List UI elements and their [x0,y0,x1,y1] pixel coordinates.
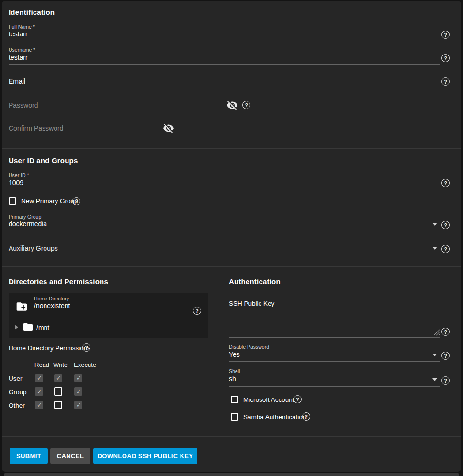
tree-item-mnt[interactable]: /mnt [36,324,49,332]
user-id-label: User ID * [9,172,29,178]
full-name-underline [9,41,440,41]
user-id-help-icon[interactable] [441,179,450,187]
microsoft-account-help-icon[interactable] [294,395,302,403]
download-ssh-key-button[interactable]: DOWNLOAD SSH PUBLIC KEY [93,448,197,464]
shell-help-icon[interactable] [441,376,450,385]
perm-user-write-checkbox[interactable] [54,374,62,382]
perm-col-execute: Execute [74,361,96,368]
home-directory-permissions-label: Home Directory Permissions [9,344,90,352]
auxiliary-groups-underline [9,255,440,255]
email-help-icon[interactable] [441,77,450,86]
username-underline [9,64,440,65]
confirm-password-visibility-off-icon[interactable] [163,122,174,134]
folder-icon[interactable] [22,321,34,332]
section-title-identification: Identification [9,8,55,16]
section-divider [2,148,461,149]
primary-group-help-icon[interactable] [441,221,450,229]
samba-authentication-label: Samba Authentication [243,413,306,421]
shell-label: Shell [229,368,240,374]
username-help-icon[interactable] [441,54,450,62]
perm-group-execute-checkbox[interactable] [74,387,82,396]
home-directory-input[interactable]: /nonexistent [34,302,70,310]
user-id-underline [9,189,440,189]
create-folder-icon[interactable] [15,300,29,313]
perm-group-read-checkbox[interactable] [35,387,43,396]
expand-arrow-icon[interactable] [15,325,18,330]
new-primary-group-help-icon[interactable] [72,197,80,205]
full-name-input[interactable]: testarr [9,30,28,38]
section-title-user-id-groups: User ID and Groups [9,156,78,165]
disable-password-help-icon[interactable] [441,352,450,360]
disable-password-select[interactable]: Yes [229,351,240,358]
password-input[interactable]: Password [9,101,38,109]
backdrop-strip [4,473,459,476]
full-name-label: Full Name * [9,24,35,30]
confirm-password-input[interactable]: Confirm Password [9,124,63,132]
password-underline [9,110,230,110]
ssh-public-key-label: SSH Public Key [229,300,274,307]
perm-row-other-label: Other [9,402,25,409]
disable-password-underline [229,361,440,362]
ssh-public-key-help-icon[interactable] [441,328,450,336]
disable-password-dropdown-arrow-icon[interactable] [432,354,437,356]
home-directory-permissions-help-icon[interactable] [82,343,90,352]
disable-password-label: Disable Password [229,344,269,350]
primary-group-select[interactable]: dockermedia [9,220,47,228]
perm-row-group-label: Group [9,388,27,396]
home-directory-underline [34,313,189,313]
textarea-resize-handle-icon[interactable] [433,329,440,336]
section-title-directories: Directories and Permissions [9,277,108,286]
samba-authentication-checkbox[interactable] [231,413,238,421]
password-help-icon[interactable] [242,101,250,109]
cancel-button[interactable]: CANCEL [50,448,90,464]
primary-group-label: Primary Group [9,214,41,220]
perm-user-execute-checkbox[interactable] [74,374,82,382]
user-id-input[interactable]: 1009 [9,179,23,187]
new-primary-group-checkbox[interactable] [9,197,16,205]
home-directory-label: Home Directory [34,296,69,301]
section-title-authentication: Authentication [229,277,281,286]
perm-col-write: Write [53,361,68,368]
full-name-help-icon[interactable] [441,31,450,39]
perm-group-write-checkbox[interactable] [54,387,62,396]
perm-user-read-checkbox[interactable] [35,374,43,382]
perm-other-read-checkbox[interactable] [35,401,43,409]
home-directory-help-icon[interactable] [193,307,201,315]
shell-dropdown-arrow-icon[interactable] [432,378,437,381]
perm-other-write-checkbox[interactable] [54,401,62,409]
submit-button[interactable]: SUBMIT [10,448,48,464]
auxiliary-groups-help-icon[interactable] [441,245,450,253]
username-input[interactable]: testarr [9,54,28,61]
perm-col-read: Read [34,361,49,368]
auxiliary-groups-dropdown-arrow-icon[interactable] [432,247,437,250]
section-divider [2,266,461,267]
microsoft-account-checkbox[interactable] [231,396,238,403]
footer-divider [2,436,461,437]
auxiliary-groups-select[interactable]: Auxiliary Groups [9,244,58,252]
microsoft-account-label: Microsoft Account [243,396,294,403]
samba-authentication-help-icon[interactable] [302,412,310,421]
ssh-public-key-underline [229,337,440,338]
primary-group-underline [9,231,440,231]
email-underline [9,87,440,87]
shell-select[interactable]: sh [229,375,236,383]
username-label: Username * [9,47,35,53]
email-input[interactable]: Email [9,77,25,85]
perm-row-user-label: User [9,375,23,382]
confirm-password-underline [9,133,158,133]
primary-group-dropdown-arrow-icon[interactable] [432,223,437,226]
ssh-public-key-textarea[interactable] [229,309,440,337]
password-visibility-off-icon[interactable] [226,100,238,111]
user-form-page: Identification Full Name * testarr Usern… [0,0,463,476]
shell-underline [229,386,440,387]
new-primary-group-label: New Primary Group [21,198,78,205]
perm-other-execute-checkbox[interactable] [74,401,82,409]
